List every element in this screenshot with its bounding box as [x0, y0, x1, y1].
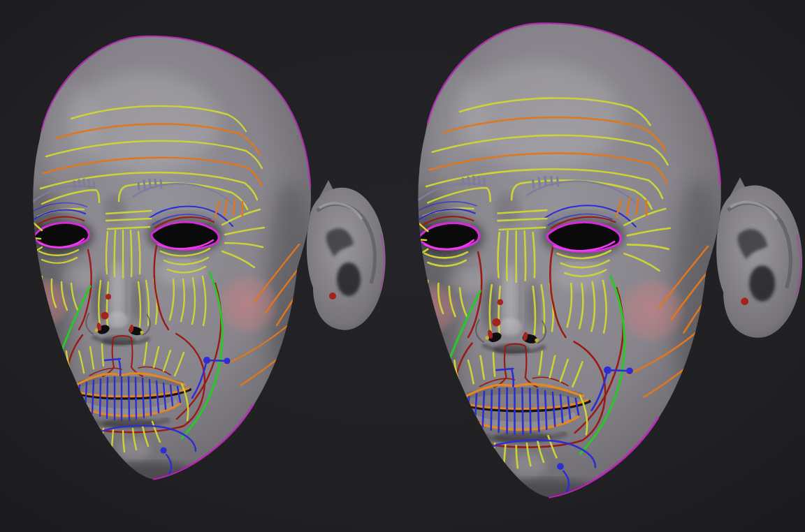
viewport-canvas[interactable]	[0, 0, 805, 532]
sculpt-viewport-svg	[0, 0, 805, 532]
